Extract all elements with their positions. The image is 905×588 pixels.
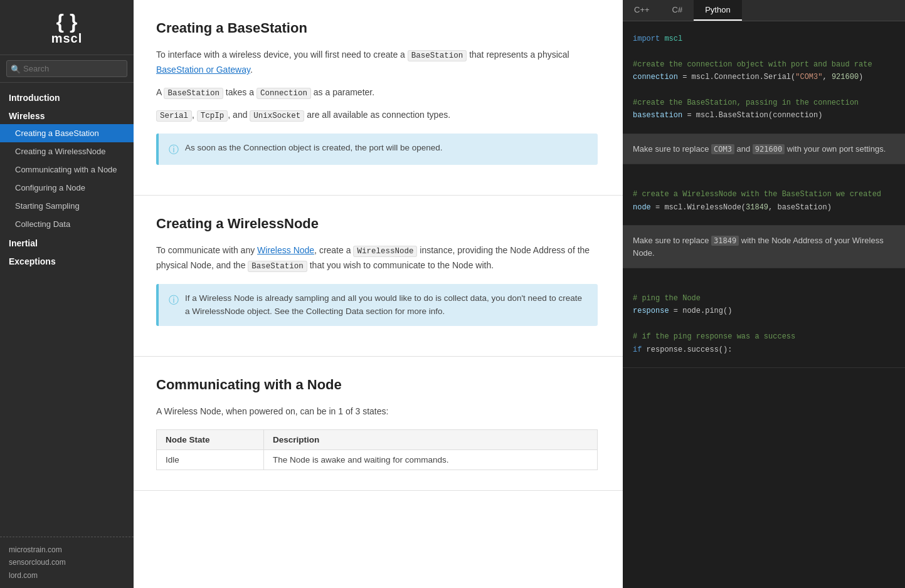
- code-basestation2: BaseStation: [164, 88, 223, 99]
- footer-link-microstrain[interactable]: microstrain.com: [9, 543, 125, 556]
- code-connection: Connection: [257, 88, 311, 99]
- sidebar-item-starting-sampling[interactable]: Starting Sampling: [0, 197, 134, 215]
- code-panel: C++ C# Python import mscl #create the co…: [623, 0, 905, 588]
- sidebar-logo: { } mscl: [0, 0, 134, 55]
- code-comment-basestation: #create the BaseStation, passing in the …: [633, 97, 895, 109]
- section-para-wirelessnode-1: To communicate with any Wireless Node, c…: [156, 243, 598, 274]
- sidebar-item-exceptions[interactable]: Exceptions: [0, 251, 134, 270]
- info-box-wirelessnode: ⓘ If a Wireless Node is already sampling…: [156, 284, 598, 326]
- code-block-wirelessnode: # create a WirelessNode with the BaseSta…: [623, 177, 905, 226]
- code-line-ping: response = node.ping(): [633, 305, 895, 317]
- section-para-basestation-2: A BaseStation takes a Connection as a pa…: [156, 85, 598, 100]
- sidebar-item-wireless[interactable]: Wireless: [0, 106, 134, 124]
- sidebar: { } mscl 🔍 Introduction Wireless Creatin…: [0, 0, 134, 588]
- code-comment-connection: #create the connection object with port …: [633, 58, 895, 71]
- sidebar-item-introduction[interactable]: Introduction: [0, 88, 134, 106]
- logo-brace-icon: { }: [56, 11, 78, 31]
- sidebar-item-creating-wirelessnode[interactable]: Creating a WirelessNode: [0, 142, 134, 160]
- code-block-ping: # ping the Node response = node.ping() #…: [623, 281, 905, 368]
- sidebar-search-container: 🔍: [0, 55, 134, 83]
- code-comment-ping-success: # if the ping response was a success: [633, 330, 895, 343]
- code-tabs: C++ C# Python: [623, 0, 905, 21]
- note-box-basestation: Make sure to replace COM3 and 921600 wit…: [623, 134, 905, 165]
- code-line-basestation: basestation = mscl.BaseStation(connectio…: [633, 109, 895, 122]
- code-unixsocket: UnixSocket: [250, 110, 304, 122]
- footer-link-lord[interactable]: lord.com: [9, 569, 125, 582]
- info-text-basestation: As soon as the Connection object is crea…: [185, 141, 443, 155]
- sidebar-nav: Introduction Wireless Creating a BaseSta…: [0, 83, 134, 537]
- code-line-import: import mscl: [633, 33, 895, 45]
- section-title-wirelessnode: Creating a WirelessNode: [156, 216, 598, 232]
- sidebar-item-creating-basestation[interactable]: Creating a BaseStation: [0, 124, 134, 142]
- tab-csharp[interactable]: C#: [661, 0, 694, 21]
- sidebar-item-collecting-data[interactable]: Collecting Data: [0, 215, 134, 233]
- search-input[interactable]: [6, 60, 127, 77]
- table-header-description: Description: [263, 429, 597, 449]
- info-icon: ⓘ: [169, 142, 179, 158]
- code-comment-wirelessnode: # create a WirelessNode with the BaseSta…: [633, 188, 895, 201]
- node-state-table: Node State Description Idle The Node is …: [156, 429, 598, 470]
- info-text-wirelessnode: If a Wireless Node is already sampling a…: [185, 291, 588, 318]
- main-content: Creating a BaseStation To interface with…: [134, 0, 623, 588]
- section-title-communicating: Communicating with a Node: [156, 377, 598, 393]
- tab-cpp[interactable]: C++: [623, 0, 661, 21]
- code-basestation-wn: BaseStation: [248, 261, 307, 272]
- section-para-basestation-1: To interface with a wireless device, you…: [156, 48, 598, 78]
- sidebar-footer: microstrain.com sensorcloud.com lord.com: [0, 537, 134, 588]
- info-icon-wn: ⓘ: [169, 292, 179, 308]
- tab-python[interactable]: Python: [694, 0, 741, 21]
- section-para-communicating-1: A Wireless Node, when powered on, can be…: [156, 404, 598, 419]
- code-line-ping-if: if response.success():: [633, 344, 895, 356]
- code-comment-ping: # ping the Node: [633, 292, 895, 305]
- code-basestation: BaseStation: [408, 50, 467, 61]
- section-communicating-node: Communicating with a Node A Wireless Nod…: [134, 357, 623, 491]
- code-line-connection: connection = mscl.Connection.Serial("COM…: [633, 71, 895, 83]
- table-header-state: Node State: [157, 429, 264, 449]
- sidebar-item-communicating-node[interactable]: Communicating with a Node: [0, 160, 134, 179]
- search-icon: 🔍: [11, 64, 21, 73]
- info-box-basestation: ⓘ As soon as the Connection object is cr…: [156, 134, 598, 165]
- section-para-basestation-3: Serial, TcpIp, and UnixSocket are all av…: [156, 108, 598, 123]
- code-line-wirelessnode: node = mscl.WirelessNode(31849, baseStat…: [633, 201, 895, 214]
- link-basestation-gateway[interactable]: BaseStation or Gateway: [156, 65, 250, 75]
- link-wireless-node[interactable]: Wireless Node: [257, 245, 314, 255]
- table-row: Idle The Node is awake and waiting for c…: [157, 449, 598, 470]
- code-serial: Serial: [156, 110, 192, 122]
- sidebar-item-configuring-node[interactable]: Configuring a Node: [0, 179, 134, 197]
- section-creating-wirelessnode: Creating a WirelessNode To communicate w…: [134, 196, 623, 357]
- note-box-wirelessnode: Make sure to replace 31849 with the Node…: [623, 226, 905, 268]
- logo-text: mscl: [51, 31, 83, 46]
- footer-link-sensorcloud[interactable]: sensorcloud.com: [9, 556, 125, 569]
- table-cell-description: The Node is awake and waiting for comman…: [263, 449, 597, 470]
- code-block-basestation: import mscl #create the connection objec…: [623, 21, 905, 134]
- code-tcpip: TcpIp: [197, 110, 228, 122]
- section-creating-basestation: Creating a BaseStation To interface with…: [134, 0, 623, 196]
- table-cell-state: Idle: [157, 449, 264, 470]
- sidebar-item-inertial[interactable]: Inertial: [0, 233, 134, 251]
- section-title-basestation: Creating a BaseStation: [156, 20, 598, 36]
- code-wirelessnode: WirelessNode: [353, 246, 417, 257]
